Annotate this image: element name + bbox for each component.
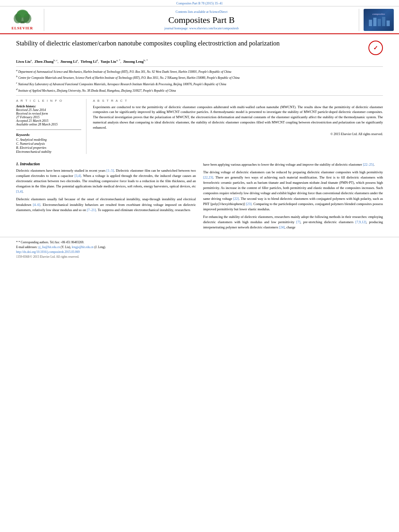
keyword-2: C. Numerical analysis bbox=[16, 142, 81, 146]
email-leng-link[interactable]: lengjs@hit.edu.cn bbox=[72, 245, 93, 249]
journal-reference-text: Composites Part B 78 (2015) 35–41 bbox=[176, 2, 222, 5]
crossmark-badge[interactable]: ✓ bbox=[368, 41, 383, 55]
author-affil-d: d bbox=[97, 59, 98, 62]
revised-label: Received in revised form bbox=[16, 112, 81, 115]
science-direct-link-text[interactable]: ScienceDirect bbox=[210, 10, 228, 14]
right-para-3: For enhancing the stability of dielectri… bbox=[203, 214, 383, 230]
ref-22b[interactable]: [22] bbox=[233, 197, 239, 201]
revised-date: 27 February 2015 bbox=[16, 115, 81, 119]
article-footer: * * Corresponding authors. Tel./fax: +86… bbox=[0, 237, 399, 262]
corresponding-text: * Corresponding authors. Tel./fax: +86 4… bbox=[19, 240, 84, 244]
footnote-star-icon: * bbox=[16, 240, 18, 244]
abstract-text: Experiments are conducted to test the pe… bbox=[93, 105, 383, 130]
main-right-col: have been applying various approaches to… bbox=[203, 162, 383, 233]
journal-header-center: Contents lists available at ScienceDirec… bbox=[47, 9, 356, 31]
email-liu-link[interactable]: yj_liu@hit.edu.cn bbox=[38, 245, 60, 249]
affiliations-section: a Department of Astronautical Science an… bbox=[16, 66, 383, 93]
author-affil-bc: b, c bbox=[53, 59, 58, 62]
right-para-1: have been applying various approaches to… bbox=[203, 162, 383, 167]
ref-7-21[interactable]: [7–21] bbox=[87, 208, 96, 212]
author-affil-a-star: a, * bbox=[116, 59, 120, 62]
science-direct-notice: Contents lists available at ScienceDirec… bbox=[176, 10, 228, 14]
doi-line: http://dx.doi.org/10.1016/j.compositesb.… bbox=[16, 250, 383, 254]
intro-para-1: Dielectric elastomers have been intensel… bbox=[16, 168, 196, 195]
svg-rect-6 bbox=[373, 18, 376, 26]
elsevier-logo-section: ELSEVIER bbox=[4, 9, 44, 31]
article-info-abstract-section: A R T I C L E I N F O Article history: R… bbox=[16, 95, 383, 154]
intro-para-2: Dielectric elastomers usually fail becau… bbox=[16, 197, 196, 213]
email-addresses-line: E-mail addresses: yj_liu@hit.edu.cn (Y. … bbox=[16, 245, 383, 249]
ref-4-6[interactable]: [4–6] bbox=[33, 203, 40, 207]
article-info-col: A R T I C L E I N F O Article history: R… bbox=[16, 99, 86, 154]
ref-3-4b[interactable]: [3,4] bbox=[16, 189, 23, 193]
corresponding-authors-note: * * Corresponding authors. Tel./fax: +86… bbox=[16, 240, 383, 244]
ref-23b[interactable]: [23] bbox=[246, 202, 251, 206]
abstract-col: A B S T R A C T Experiments are conducte… bbox=[93, 99, 383, 154]
author-zhen-zhang: Zhen Zhang bbox=[35, 60, 53, 64]
crossmark-icon: ✓ bbox=[373, 45, 378, 51]
right-para-2: The driving voltage of dielectric elasto… bbox=[203, 170, 383, 212]
doi-link[interactable]: http://dx.doi.org/10.1016/j.compositesb.… bbox=[16, 250, 80, 254]
affiliation-d: d Institute of Applied Mechanics, Zhejia… bbox=[16, 87, 383, 93]
composites-badge-graphic: composites bbox=[364, 9, 394, 31]
elsevier-brand-text: ELSEVIER bbox=[12, 26, 33, 30]
ref-24[interactable]: [24] bbox=[279, 225, 285, 229]
info-divider bbox=[16, 129, 81, 130]
composites-chart-icon bbox=[367, 16, 391, 28]
homepage-link[interactable]: www.elsevier.com/locate/compositesb bbox=[189, 27, 239, 30]
composites-journal-logo: composites bbox=[359, 9, 395, 31]
main-left-col: 1. Introduction Dielectric elastomers ha… bbox=[16, 162, 196, 233]
journal-name-header: Composites Part B bbox=[168, 15, 234, 25]
article-title-section: Stability of dielectric elastomer/carbon… bbox=[16, 39, 383, 55]
article-body: Stability of dielectric elastomer/carbon… bbox=[0, 34, 399, 159]
ref-22-23a[interactable]: [22,23] bbox=[203, 175, 213, 179]
ref-3-4a[interactable]: [3,4] bbox=[74, 174, 81, 178]
email-liu-name: (Y. Liu), bbox=[61, 245, 71, 249]
author-liwu-liu: Liwu Liu bbox=[16, 60, 31, 64]
ref-1-5[interactable]: [1–5] bbox=[107, 168, 114, 173]
history-label: Article history: bbox=[16, 105, 81, 108]
journal-homepage-line: journal homepage: www.elsevier.com/locat… bbox=[165, 27, 239, 30]
keywords-label: Keywords: bbox=[16, 133, 81, 137]
ref-22-25[interactable]: [22–25] bbox=[363, 162, 374, 166]
email-leng-name: (J. Leng). bbox=[95, 245, 106, 249]
article-history: Article history: Received 25 June 2014 R… bbox=[16, 105, 81, 126]
affiliation-c: c National Key Laboratory of Advanced Fu… bbox=[16, 81, 383, 86]
article-title: Stability of dielectric elastomer/carbon… bbox=[16, 39, 368, 48]
received-date: Received 25 June 2014 bbox=[16, 108, 81, 112]
svg-rect-5 bbox=[369, 20, 372, 26]
author-jinsong-leng: Jinsong Leng bbox=[123, 60, 144, 64]
author-affil-a2: a bbox=[76, 59, 78, 62]
author-affil-b-star: b, * bbox=[144, 59, 148, 62]
article-info-header: A R T I C L E I N F O bbox=[16, 99, 81, 103]
main-content-section: 1. Introduction Dielectric elastomers ha… bbox=[0, 159, 399, 237]
author-jinrong-li: Jinrong Li bbox=[60, 60, 77, 64]
svg-rect-9 bbox=[387, 21, 390, 26]
svg-point-4 bbox=[17, 10, 28, 18]
introduction-heading: 1. Introduction bbox=[16, 162, 196, 166]
affiliation-b: b Centre for Composite Materials and Str… bbox=[16, 74, 383, 80]
issn-copyright: 1359-8368/© 2015 Elsevier Ltd. All right… bbox=[16, 255, 383, 259]
ref-7-9-12[interactable]: [7,9,12] bbox=[356, 220, 366, 224]
elsevier-tree-icon bbox=[6, 10, 39, 25]
keyword-4: Electromechanical stability bbox=[16, 150, 81, 154]
accepted-date: Accepted 21 March 2015 bbox=[16, 119, 81, 123]
author-yanju-liu: Yanju Liu bbox=[101, 60, 116, 64]
email-label: E-mail addresses: bbox=[16, 245, 37, 249]
affiliation-a: a Department of Astronautical Science an… bbox=[16, 68, 383, 74]
online-date: Available online 28 March 2015 bbox=[16, 123, 81, 126]
abstract-header: A B S T R A C T bbox=[93, 99, 383, 103]
author-tiefeng-li: Tiefeng Li bbox=[80, 60, 97, 64]
ref-7a[interactable]: [7] bbox=[296, 220, 300, 224]
journal-header: ELSEVIER Contents lists available at Sci… bbox=[0, 6, 399, 34]
keyword-1: C. Analytical modelling bbox=[16, 138, 81, 142]
keyword-3: B. Electrical properties bbox=[16, 146, 81, 150]
svg-rect-8 bbox=[382, 17, 385, 26]
author-affil-a1: a bbox=[31, 59, 32, 62]
copyright-line: © 2015 Elsevier Ltd. All rights reserved… bbox=[93, 132, 383, 136]
journal-reference-bar: Composites Part B 78 (2015) 35–41 bbox=[0, 0, 399, 6]
keywords-section: Keywords: C. Analytical modelling C. Num… bbox=[16, 133, 81, 154]
svg-rect-7 bbox=[378, 19, 381, 26]
authors-line: Liwu Liua, Zhen Zhangb, c, Jinrong Lia, … bbox=[16, 58, 383, 65]
